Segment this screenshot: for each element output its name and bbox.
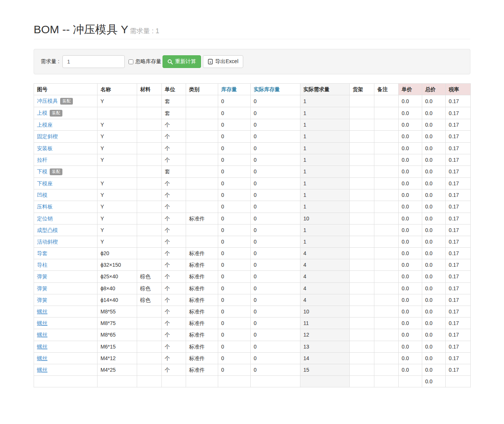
cell-material — [137, 107, 162, 119]
cell-category — [186, 154, 218, 165]
cell-actual-stock: 0 — [251, 248, 300, 259]
part-link[interactable]: 压料板 — [37, 204, 53, 210]
part-link[interactable]: 拉杆 — [37, 157, 47, 163]
table-row: 下模座Y个0010.00.00.17 — [34, 177, 471, 189]
cell-category: 标准件 — [186, 282, 218, 294]
cell-spec: ɸ8×40 — [98, 282, 137, 294]
table-row: 弹簧ɸ8×40棕色个标准件0040.00.00.17 — [34, 282, 471, 294]
col-header-actual-stock[interactable]: 实际库存量 — [251, 84, 300, 95]
cell-stock: 0 — [218, 364, 251, 375]
cell-unit-price: 0.0 — [399, 154, 422, 165]
cell-tax-rate: 0.17 — [446, 213, 471, 224]
footer-row: 0.0 — [34, 376, 471, 387]
cell-demand: 1 — [300, 95, 350, 107]
excel-file-icon: x — [208, 59, 213, 65]
cell-unit: 个 — [162, 189, 186, 201]
part-link[interactable]: 凹模 — [37, 192, 47, 198]
cell-spec: ɸ32×150 — [98, 259, 137, 271]
cell-actual-stock: 0 — [251, 165, 300, 177]
part-link[interactable]: 螺丝 — [37, 344, 47, 350]
cell-unit: 套 — [162, 95, 186, 107]
part-link[interactable]: 螺丝 — [37, 367, 47, 373]
cell-tax-rate: 0.17 — [446, 271, 471, 282]
recalculate-button[interactable]: 重新计算 — [163, 55, 201, 68]
cell-shelf — [350, 271, 374, 282]
cell-shelf — [350, 329, 374, 341]
part-link[interactable]: 下模 — [37, 168, 47, 174]
export-excel-button[interactable]: x 导出Excel — [203, 55, 243, 68]
cell-spec: Y — [98, 95, 137, 107]
cell-drawing-no: 安装板 — [34, 142, 98, 154]
cell-note — [374, 213, 399, 224]
cell-note — [374, 271, 399, 282]
cell-category: 标准件 — [186, 294, 218, 306]
cell-demand: 4 — [300, 294, 350, 306]
part-link[interactable]: 下模座 — [37, 180, 53, 186]
cell-total-price: 0.0 — [422, 224, 446, 236]
col-header-unit: 单位 — [162, 84, 186, 95]
cell-demand: 1 — [300, 177, 350, 189]
cell-note — [374, 177, 399, 189]
part-link[interactable]: 上模座 — [37, 122, 53, 128]
part-link[interactable]: 安装板 — [37, 145, 53, 151]
cell-drawing-no: 上模装配 — [34, 107, 98, 119]
part-link[interactable]: 弹簧 — [37, 273, 47, 279]
cell-drawing-no: 螺丝 — [34, 364, 98, 375]
cell-unit: 套 — [162, 165, 186, 177]
bom-table-head: 图号 名称 材料 单位 类别 库存量 实际库存量 实际需求量 货架 备注 单价 … — [34, 84, 471, 95]
cell-note — [374, 224, 399, 236]
part-link[interactable]: 上模 — [37, 110, 47, 116]
cell-total-price: 0.0 — [422, 119, 446, 131]
cell-material — [137, 213, 162, 224]
part-link[interactable]: 成型凸模 — [37, 227, 58, 233]
toolbar: 需求量 : 忽略库存量 重新计算 x 导出Excel — [34, 49, 470, 74]
cell-unit: 个 — [162, 364, 186, 375]
col-header-drawing-no: 图号 — [34, 84, 98, 95]
part-link[interactable]: 弹簧 — [37, 297, 47, 303]
part-link[interactable]: 固定斜楔 — [37, 133, 58, 139]
part-link[interactable]: 活动斜楔 — [37, 239, 58, 245]
col-header-unit-price: 单价 — [399, 84, 422, 95]
cell-actual-stock: 0 — [251, 306, 300, 318]
col-header-stock[interactable]: 库存量 — [218, 84, 251, 95]
cell-category — [186, 177, 218, 189]
cell-demand: 4 — [300, 259, 350, 271]
cell-tax-rate: 0.17 — [446, 306, 471, 318]
cell-unit: 个 — [162, 201, 186, 213]
part-link[interactable]: 弹簧 — [37, 285, 47, 291]
cell-unit-price: 0.0 — [399, 213, 422, 224]
cell-total-price: 0.0 — [422, 201, 446, 213]
cell-stock: 0 — [218, 177, 251, 189]
cell-material — [137, 306, 162, 318]
demand-input[interactable] — [62, 55, 125, 68]
part-link[interactable]: 导柱 — [37, 262, 47, 268]
part-link[interactable]: 导套 — [37, 250, 47, 256]
part-link[interactable]: 螺丝 — [37, 309, 47, 315]
cell-demand: 4 — [300, 248, 350, 259]
cell-unit-price: 0.0 — [399, 259, 422, 271]
cell-stock: 0 — [218, 306, 251, 318]
cell-unit-price: 0.0 — [399, 282, 422, 294]
cell-total-price: 0.0 — [422, 271, 446, 282]
part-link[interactable]: 冲压模具 — [37, 98, 58, 104]
cell-shelf — [350, 282, 374, 294]
cell-unit: 个 — [162, 248, 186, 259]
cell-shelf — [350, 201, 374, 213]
part-link[interactable]: 螺丝 — [37, 332, 47, 338]
part-link[interactable]: 定位销 — [37, 216, 53, 222]
cell-material: 棕色 — [137, 294, 162, 306]
cell-shelf — [350, 376, 374, 387]
cell-actual-stock: 0 — [251, 107, 300, 119]
part-link[interactable]: 螺丝 — [37, 355, 47, 361]
cell-unit: 个 — [162, 259, 186, 271]
cell-stock: 0 — [218, 248, 251, 259]
cell-unit-price: 0.0 — [399, 177, 422, 189]
ignore-stock-checkbox[interactable] — [129, 59, 133, 64]
part-link[interactable]: 螺丝 — [37, 320, 47, 326]
cell-unit-price: 0.0 — [399, 224, 422, 236]
cell-note — [374, 364, 399, 375]
cell-unit-price: 0.0 — [399, 107, 422, 119]
cell-demand: 4 — [300, 271, 350, 282]
cell-stock: 0 — [218, 271, 251, 282]
cell-category — [186, 131, 218, 142]
